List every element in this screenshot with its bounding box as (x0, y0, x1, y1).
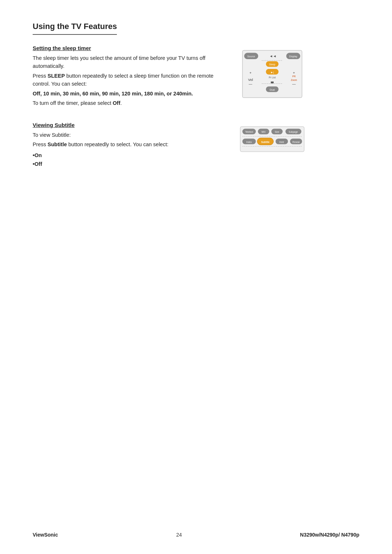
bullet-off: •Off (33, 160, 225, 169)
bullet-on: •On (33, 151, 225, 160)
sleep-remote-svg: Source ◄◄ Display Sleep + + ►| Pr List (240, 49, 305, 99)
subtitle-remote-svg: Teletext MIX Size Subpage Index Subtitle… (240, 126, 305, 153)
svg-text:Reveal: Reveal (293, 141, 300, 143)
viewing-subtitle-heading: Viewing Subtitle (33, 122, 225, 128)
svg-text:►|: ►| (270, 71, 274, 74)
svg-text:Source: Source (247, 55, 255, 58)
svg-text:◄◄: ◄◄ (269, 54, 276, 58)
page-title: Using the TV Features (33, 22, 117, 35)
viewing-subtitle-body: To view Subtitle: Press Subtitle button … (33, 131, 225, 169)
svg-text:+: + (293, 71, 295, 75)
sleep-timer-heading: Setting the sleep timer (33, 45, 225, 51)
svg-text:Zoom: Zoom (291, 79, 297, 81)
svg-text:Subpage: Subpage (289, 131, 298, 134)
page-header: Using the TV Features (33, 22, 359, 35)
sleep-remote-image: Source ◄◄ Display Sleep + + ►| Pr List (236, 45, 309, 107)
svg-text:MIX: MIX (262, 131, 266, 133)
svg-text:+: + (249, 71, 252, 75)
svg-text:—: — (292, 82, 296, 86)
svg-text:Dual: Dual (270, 89, 275, 91)
svg-text:Sleep: Sleep (269, 63, 275, 66)
footer-brand: ViewSonic (33, 532, 58, 538)
sleep-timer-body: The sleep timer lets you select the amou… (33, 54, 225, 107)
section-sleep-timer: Setting the sleep timer The sleep timer … (33, 45, 359, 107)
svg-text:—: — (249, 82, 252, 86)
svg-text:Vol: Vol (248, 78, 253, 82)
svg-text:Size: Size (275, 131, 279, 133)
footer-model: N3290w/N4290p/ N4790p (300, 532, 359, 538)
svg-text:Hold: Hold (279, 141, 284, 143)
page: Using the TV Features Setting the sleep … (0, 0, 392, 554)
svg-text:PR: PR (292, 75, 296, 78)
section-subtitle-text: Viewing Subtitle To view Subtitle: Press… (33, 122, 225, 169)
section-sleep-text: Setting the sleep timer The sleep timer … (33, 45, 225, 107)
subtitle-remote-image: Teletext MIX Size Subpage Index Subtitle… (236, 122, 309, 169)
footer-page-number: 24 (176, 532, 182, 538)
section-viewing-subtitle: Viewing Subtitle To view Subtitle: Press… (33, 122, 359, 169)
svg-text:Pr List: Pr List (269, 76, 275, 79)
svg-text:Index: Index (246, 141, 252, 143)
svg-text:Display: Display (289, 55, 298, 58)
svg-text:Teletext: Teletext (245, 131, 253, 133)
svg-text:Subtitle: Subtitle (261, 141, 270, 143)
page-footer: ViewSonic 24 N3290w/N4290p/ N4790p (33, 532, 359, 538)
svg-rect-19 (271, 82, 274, 83)
